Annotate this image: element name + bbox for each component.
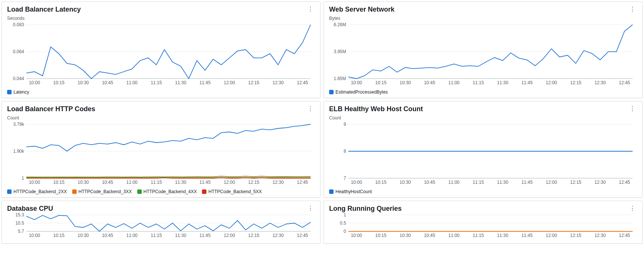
panel-unit-label: Count	[7, 115, 315, 121]
svg-text:11:45: 11:45	[521, 80, 533, 85]
svg-text:10:00: 10:00	[351, 233, 362, 238]
svg-text:10.5: 10.5	[15, 220, 24, 226]
legend-label: EstimatedProcessedBytes	[335, 89, 388, 95]
svg-text:10:45: 10:45	[424, 180, 435, 185]
svg-text:10:00: 10:00	[351, 180, 362, 185]
chart-legend: EstimatedProcessedBytes	[329, 89, 637, 95]
panel-title: Load Balancer Latency	[7, 6, 81, 13]
svg-text:12:45: 12:45	[297, 80, 308, 85]
svg-text:12:30: 12:30	[595, 180, 606, 185]
legend-swatch-icon	[329, 90, 334, 94]
legend-item[interactable]: HTTPCode_Backend_5XX	[202, 189, 262, 194]
legend-label: HTTPCode_Backend_4XX	[144, 189, 197, 194]
svg-text:0.044: 0.044	[13, 76, 24, 81]
svg-text:10:00: 10:00	[29, 233, 40, 238]
kebab-menu-icon[interactable]: ⋮	[306, 6, 315, 13]
svg-text:1.65M: 1.65M	[334, 76, 346, 81]
chart-legend: HTTPCode_Backend_2XXHTTPCode_Backend_3XX…	[7, 189, 315, 194]
svg-text:10:30: 10:30	[77, 80, 89, 85]
svg-text:10:00: 10:00	[351, 80, 362, 85]
svg-text:12:30: 12:30	[273, 233, 284, 238]
svg-text:12:15: 12:15	[248, 233, 259, 238]
svg-text:12:45: 12:45	[297, 180, 308, 185]
kebab-menu-icon[interactable]: ⋮	[306, 205, 315, 212]
legend-label: HealthyHostCount	[335, 189, 372, 194]
svg-text:10:45: 10:45	[424, 233, 435, 238]
svg-text:11:00: 11:00	[448, 233, 460, 238]
svg-text:11:30: 11:30	[175, 180, 186, 185]
panel-header: Load Balancer Latency⋮	[7, 6, 315, 13]
svg-text:12:45: 12:45	[297, 233, 308, 238]
svg-text:11:15: 11:15	[473, 233, 484, 238]
legend-item[interactable]: Latency	[7, 89, 29, 95]
chart-area: 00.5110:0010:1510:3010:4511:0011:1511:30…	[329, 213, 637, 240]
svg-text:11:15: 11:15	[151, 233, 162, 238]
legend-item[interactable]: HTTPCode_Backend_3XX	[72, 189, 132, 194]
dashboard-grid: Load Balancer Latency⋮Seconds0.0440.0640…	[1, 1, 643, 244]
svg-text:12:45: 12:45	[619, 180, 630, 185]
panel-title: ELB Healthy Web Host Count	[329, 105, 423, 113]
svg-text:12:30: 12:30	[595, 80, 606, 85]
panel-title: Web Server Network	[329, 6, 395, 13]
svg-text:0.064: 0.064	[13, 49, 24, 54]
svg-text:12:00: 12:00	[224, 233, 235, 238]
legend-label: HTTPCode_Backend_5XX	[208, 189, 262, 194]
svg-text:11:30: 11:30	[497, 180, 508, 185]
svg-text:12:30: 12:30	[273, 180, 284, 185]
legend-swatch-icon	[72, 189, 77, 194]
svg-text:5.7: 5.7	[18, 229, 24, 234]
svg-text:11:30: 11:30	[497, 80, 508, 85]
svg-text:10:15: 10:15	[53, 233, 64, 238]
legend-item[interactable]: HealthyHostCount	[329, 189, 372, 194]
svg-text:10:45: 10:45	[102, 80, 113, 85]
svg-text:12:00: 12:00	[224, 180, 235, 185]
svg-text:11:00: 11:00	[126, 180, 138, 185]
svg-text:11:30: 11:30	[175, 233, 186, 238]
svg-text:10:30: 10:30	[399, 80, 411, 85]
chart-area: 11.90k3.79k10:0010:1510:3010:4511:0011:1…	[7, 122, 315, 188]
legend-swatch-icon	[7, 189, 12, 194]
legend-item[interactable]: HTTPCode_Backend_4XX	[137, 189, 197, 194]
kebab-menu-icon[interactable]: ⋮	[306, 105, 315, 113]
legend-label: HTTPCode_Backend_2XX	[13, 189, 67, 194]
svg-text:10:00: 10:00	[29, 80, 40, 85]
svg-text:10:30: 10:30	[77, 233, 89, 238]
kebab-menu-icon[interactable]: ⋮	[628, 205, 637, 212]
panel-httpcodes: Load Balancer HTTP Codes⋮Count11.90k3.79…	[1, 101, 321, 198]
svg-text:3.79k: 3.79k	[13, 122, 24, 127]
legend-item[interactable]: EstimatedProcessedBytes	[329, 89, 388, 95]
legend-swatch-icon	[137, 189, 142, 194]
svg-text:15.3: 15.3	[15, 213, 24, 217]
panel-queries: Long Running Queries⋮00.5110:0010:1510:3…	[323, 201, 643, 244]
legend-swatch-icon	[7, 90, 12, 94]
panel-unit-label: Seconds	[7, 16, 315, 21]
svg-text:10:15: 10:15	[53, 180, 64, 185]
svg-text:9: 9	[344, 122, 346, 127]
svg-text:10:30: 10:30	[77, 180, 89, 185]
panel-network: Web Server Network⋮Bytes1.65M3.95M6.26M1…	[323, 1, 643, 98]
svg-text:12:30: 12:30	[273, 80, 284, 85]
panel-latency: Load Balancer Latency⋮Seconds0.0440.0640…	[1, 1, 321, 98]
panel-healthy: ELB Healthy Web Host Count⋮Count78910:00…	[323, 101, 643, 198]
panel-title: Load Balancer HTTP Codes	[7, 105, 95, 113]
legend-item[interactable]: HTTPCode_Backend_2XX	[7, 189, 67, 194]
svg-text:11:45: 11:45	[521, 233, 533, 238]
kebab-menu-icon[interactable]: ⋮	[628, 6, 637, 13]
chart-legend: Latency	[7, 89, 315, 95]
chart-area: 1.65M3.95M6.26M10:0010:1510:3010:4511:00…	[329, 22, 637, 88]
svg-text:12:00: 12:00	[224, 80, 235, 85]
svg-text:12:00: 12:00	[546, 233, 557, 238]
svg-text:1.90k: 1.90k	[13, 149, 24, 154]
svg-text:11:15: 11:15	[151, 180, 162, 185]
panel-unit-label: Count	[329, 115, 637, 121]
legend-label: HTTPCode_Backend_3XX	[79, 189, 132, 194]
svg-text:10:15: 10:15	[375, 180, 386, 185]
panel-dbcpu: Database CPU⋮5.710.515.310:0010:1510:301…	[1, 201, 321, 244]
panel-header: ELB Healthy Web Host Count⋮	[329, 105, 637, 113]
svg-text:10:15: 10:15	[375, 80, 386, 85]
svg-text:12:15: 12:15	[570, 233, 581, 238]
svg-text:12:00: 12:00	[546, 180, 557, 185]
kebab-menu-icon[interactable]: ⋮	[628, 105, 637, 113]
svg-text:11:00: 11:00	[448, 80, 460, 85]
svg-text:12:45: 12:45	[619, 80, 630, 85]
